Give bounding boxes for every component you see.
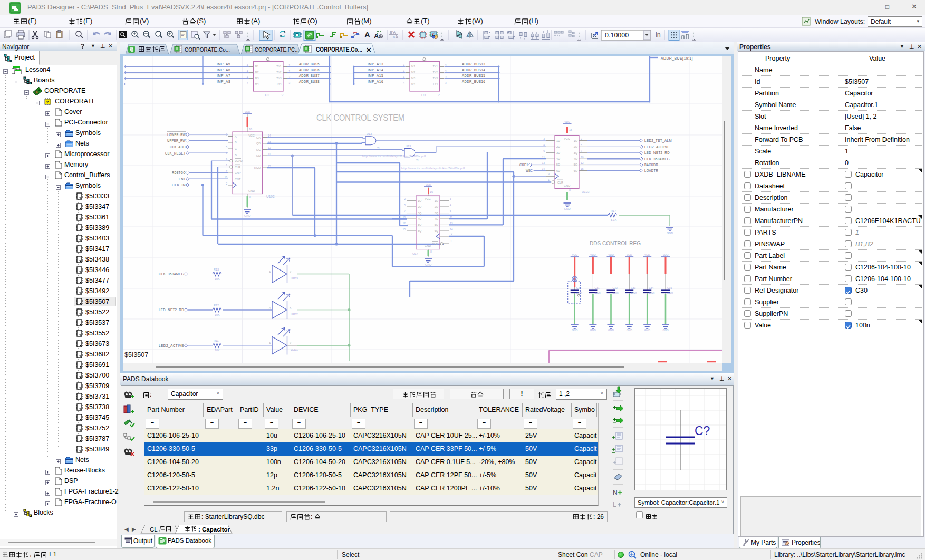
svg-text:10K: 10K [215, 277, 220, 281]
svg-text:5D: 5D [556, 163, 560, 166]
svg-text:RCO: RCO [254, 166, 261, 169]
svg-text:14: 14 [450, 228, 453, 231]
svg-text:100n: 100n [667, 291, 673, 294]
svg-text:CLK CONTROL SYSTEM: CLK CONTROL SYSTEM [316, 113, 404, 122]
svg-text:GND: GND [590, 329, 596, 332]
svg-text:3: 3 [445, 70, 447, 73]
svg-text:9: 9 [548, 172, 550, 176]
svg-text:TY1: TY1 [433, 65, 438, 68]
svg-text:ADDR_BUS[19:1]: ADDR_BUS[19:1] [661, 56, 693, 61]
svg-text:3: 3 [289, 64, 291, 67]
svg-text:LED2_ACTIVE: LED2_ACTIVE [159, 344, 184, 348]
svg-text:KA: KA [393, 35, 398, 40]
svg-text:C?: C? [695, 424, 710, 438]
svg-text:3: 3 [445, 82, 447, 84]
svg-text:DDS CONTROL REG: DDS CONTROL REG [590, 240, 641, 246]
svg-text:ADDR_BUS7: ADDR_BUS7 [299, 74, 320, 78]
svg-text:4: 4 [403, 64, 404, 67]
svg-text:100n: 100n [649, 291, 654, 294]
svg-text:TY3: TY3 [276, 76, 281, 80]
svg-text:?: ? [282, 93, 284, 97]
svg-text:ENT: ENT [179, 177, 186, 181]
svg-text:VDD: VDD [426, 183, 431, 186]
svg-text:C31: C31 [594, 286, 599, 289]
svg-text:ADDR_BUS14: ADDR_BUS14 [462, 68, 485, 72]
svg-text:VCC: VCC [425, 197, 431, 200]
svg-text:LED1: LED1 [291, 348, 298, 351]
svg-text:TY1: TY1 [276, 65, 281, 68]
svg-text:8: 8 [569, 189, 571, 192]
svg-text:IMP_A5: IMP_A5 [217, 62, 230, 66]
svg-text:8: 8 [249, 195, 251, 198]
svg-text:D: D [235, 153, 237, 157]
svg-text:: Capacitor: : Capacitor [198, 526, 230, 533]
svg-text:IMP_A6: IMP_A6 [217, 68, 230, 72]
svg-text:CLK_IN: CLK_IN [172, 183, 186, 187]
svg-text:6Q: 6Q [574, 169, 578, 172]
svg-text:1: 1 [450, 239, 452, 243]
svg-text:BY: BY [390, 30, 395, 35]
svg-text:R17: R17 [611, 209, 616, 213]
svg-text:4: 4 [403, 82, 404, 84]
svg-text:11: 11 [450, 216, 452, 219]
svg-text:5: 5 [581, 143, 582, 147]
svg-text:C35: C35 [667, 286, 672, 289]
svg-text:QD: QD [256, 154, 261, 157]
svg-text:4: 4 [450, 204, 451, 207]
svg-text:10: 10 [581, 156, 584, 159]
svg-text:U13: U13 [367, 132, 372, 136]
svg-text:U13: U13 [406, 144, 411, 148]
svg-text:3: 3 [445, 76, 447, 79]
svg-text:4: 4 [247, 76, 248, 79]
svg-text:15: 15 [581, 167, 584, 170]
svg-text:5Q: 5Q [435, 223, 439, 226]
svg-text:CLR: CLR [557, 181, 563, 184]
svg-text:10: 10 [402, 216, 406, 219]
svg-text:2: 2 [226, 182, 227, 185]
svg-text:LOAD: LOAD [235, 159, 243, 162]
svg-text:10K: 10K [215, 313, 220, 316]
svg-text:IMP_A14: IMP_A14 [368, 68, 383, 72]
svg-text:ADDR_BUS16: ADDR_BUS16 [462, 80, 485, 84]
svg-text:3Q: 3Q [418, 211, 422, 215]
svg-text:TY4: TY4 [276, 82, 281, 85]
svg-text:1Q: 1Q [418, 199, 422, 202]
svg-text:M2: M2 [255, 71, 259, 74]
svg-text:RDSTGO: RDSTGO [172, 171, 186, 175]
svg-text:CKE1: CKE1 [519, 163, 528, 167]
svg-text:LOADTR: LOADTR [644, 169, 658, 172]
svg-text:CNT: CNT [235, 178, 241, 181]
svg-text:TI: TI [416, 159, 418, 162]
svg-text:U103: U103 [582, 190, 590, 194]
svg-text:7: 7 [404, 209, 406, 213]
svg-text:3: 3 [450, 197, 451, 200]
svg-text:4: 4 [247, 82, 248, 84]
svg-text:BACKDR: BACKDR [644, 163, 658, 167]
svg-text:M1: M1 [255, 65, 259, 68]
svg-text:10: 10 [224, 176, 227, 179]
svg-text:13: 13 [542, 161, 545, 165]
svg-text:3: 3 [445, 64, 447, 67]
svg-text:VDD: VDD [627, 253, 632, 256]
svg-text:4: 4 [543, 143, 545, 147]
svg-text:CLK_3584MEG: CLK_3584MEG [159, 272, 184, 276]
svg-text:A: A [269, 306, 271, 310]
svg-text:5.1K: 5.1K [611, 218, 617, 221]
svg-text:13: 13 [450, 221, 453, 225]
svg-text:VCC: VCC [248, 134, 255, 137]
svg-text:15: 15 [268, 165, 271, 168]
svg-text:ADDR_BUS6: ADDR_BUS6 [299, 68, 320, 72]
svg-text:CORPORATE.Co...: CORPORATE.Co... [185, 46, 230, 53]
svg-text:LED2_ACTIVE: LED2_ACTIVE [644, 145, 670, 149]
svg-text:3: 3 [289, 82, 291, 84]
svg-text:7: 7 [581, 149, 582, 152]
svg-text:http://www.ti.com/lit/ds/symli: http://www.ti.com/lit/ds/symlink/sn74lv0… [401, 167, 465, 170]
svg-text:14: 14 [268, 134, 271, 137]
svg-text:IMP_A16: IMP_A16 [368, 80, 383, 84]
svg-text:U102: U102 [266, 195, 275, 198]
svg-text:VDD: VDD [564, 120, 570, 123]
svg-text:CLR: CLR [235, 166, 240, 169]
svg-text:R11: R11 [214, 339, 219, 342]
svg-text:L: L [613, 501, 616, 508]
svg-text:M3: M3 [411, 76, 415, 80]
